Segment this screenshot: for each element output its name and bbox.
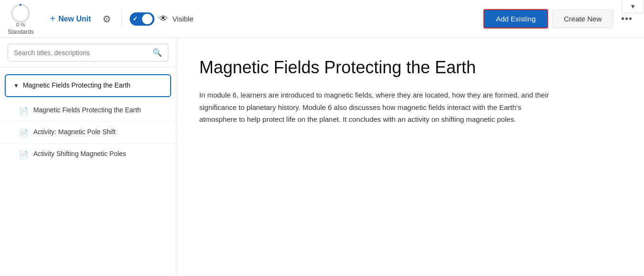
content-body: In module 6, learners are introduced to … (199, 89, 552, 126)
list-item[interactable]: 📄 Activity: Magnetic Pole Shift (0, 122, 176, 144)
top-bar: 0 % Standards + New Unit ⚙ ✓ 👁 Visible A… (0, 0, 644, 38)
main-content: 🔍 ▼ Magnetic Fields Protecting the Earth… (0, 38, 644, 276)
standards-label: Standards (8, 29, 34, 35)
sub-item-label: Activity Shifting Magnetic Poles (33, 149, 126, 159)
action-buttons: Add Existing Create New ••• (483, 9, 636, 29)
more-icon: ••• (621, 13, 633, 24)
create-new-button[interactable]: Create New (552, 10, 613, 28)
unit-item[interactable]: ▼ Magnetic Fields Protecting the Earth (5, 74, 171, 97)
content-area: Magnetic Fields Protecting the Earth In … (176, 38, 644, 276)
add-existing-button[interactable]: Add Existing (483, 9, 548, 29)
eye-icon: 👁 (159, 14, 168, 24)
standards-gauge: 0 % Standards (8, 3, 34, 35)
content-title: Magnetic Fields Protecting the Earth (199, 57, 621, 78)
gear-button[interactable]: ⚙ (100, 10, 114, 28)
sidebar: 🔍 ▼ Magnetic Fields Protecting the Earth… (0, 38, 176, 276)
sub-item-label: Activity: Magnetic Pole Shift (33, 128, 116, 137)
document-icon: 📄 (19, 128, 29, 138)
search-bar: 🔍 (0, 38, 176, 68)
document-icon: 📄 (19, 150, 29, 159)
toggle-check-icon: ✓ (133, 16, 138, 22)
gear-icon: ⚙ (102, 14, 111, 24)
visibility-toggle-area: ✓ 👁 Visible (130, 12, 194, 26)
chevron-down-icon: ▼ (630, 3, 636, 10)
toggle-thumb (142, 14, 153, 24)
visibility-toggle[interactable]: ✓ (130, 12, 154, 26)
sub-item-label: Magnetic Fields Protecting the Earth (33, 106, 141, 115)
search-input[interactable] (14, 49, 149, 57)
chevron-down-icon: ▼ (13, 82, 19, 89)
svg-point-0 (12, 5, 29, 22)
list-item[interactable]: 📄 Activity Shifting Magnetic Poles (0, 144, 176, 165)
plus-icon: + (50, 13, 56, 24)
search-icon: 🔍 (153, 48, 162, 57)
new-unit-button[interactable]: + New Unit (45, 10, 96, 27)
unit-item-label: Magnetic Fields Protecting the Earth (23, 81, 131, 90)
visible-label: Visible (173, 15, 194, 23)
top-dropdown[interactable]: ▼ (622, 0, 644, 13)
new-unit-label: New Unit (58, 15, 91, 23)
document-icon: 📄 (19, 107, 29, 116)
sidebar-list: ▼ Magnetic Fields Protecting the Earth 📄… (0, 68, 176, 276)
list-item[interactable]: 📄 Magnetic Fields Protecting the Earth (0, 100, 176, 122)
vertical-divider (122, 10, 122, 29)
search-input-wrap: 🔍 (8, 44, 168, 61)
